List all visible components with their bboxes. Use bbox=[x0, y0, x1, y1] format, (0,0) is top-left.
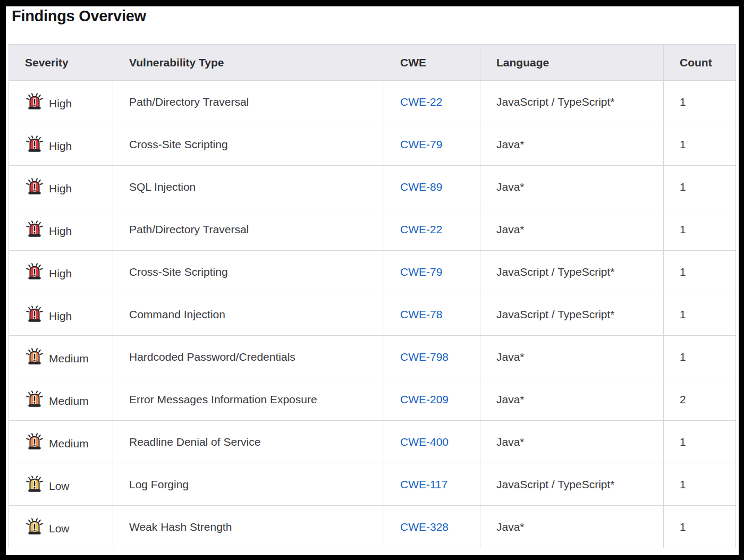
cwe-cell: CWE-328 bbox=[384, 506, 480, 548]
cwe-cell: CWE-400 bbox=[384, 421, 480, 463]
table-row: High Cross-Site Scripting CWE-79 Java* 1 bbox=[9, 123, 736, 166]
language-cell: Java* bbox=[480, 123, 664, 166]
severity-badge: Low bbox=[25, 517, 106, 537]
siren-icon bbox=[25, 262, 44, 282]
cwe-link[interactable]: CWE-78 bbox=[400, 308, 442, 320]
vulnerability-type-cell: SQL Injection bbox=[113, 166, 384, 208]
table-row: High SQL Injection CWE-89 Java* 1 bbox=[9, 166, 736, 208]
severity-label: Low bbox=[49, 480, 70, 493]
vulnerability-type-text: Cross-Site Scripting bbox=[129, 266, 228, 278]
count-cell: 1 bbox=[664, 208, 736, 251]
cwe-cell: CWE-798 bbox=[384, 336, 480, 378]
severity-cell: High bbox=[9, 123, 113, 166]
column-header-language: Language bbox=[480, 45, 664, 81]
cwe-link[interactable]: CWE-22 bbox=[400, 223, 442, 235]
severity-label: High bbox=[49, 182, 72, 195]
severity-label: High bbox=[49, 310, 72, 323]
severity-label: High bbox=[49, 97, 72, 110]
severity-badge: High bbox=[25, 92, 106, 112]
column-header-vulnerability_type: Vulnerability Type bbox=[113, 45, 384, 81]
severity-cell: High bbox=[9, 251, 113, 293]
severity-badge: Medium bbox=[25, 390, 106, 409]
table-row: Low Log Forging CWE-117 JavaScript / Typ… bbox=[9, 463, 736, 506]
vulnerability-type-cell: Cross-Site Scripting bbox=[113, 251, 384, 293]
severity-cell: High bbox=[9, 293, 113, 336]
vulnerability-type-text: Cross-Site Scripting bbox=[129, 138, 228, 150]
vulnerability-type-cell: Path/Directory Traversal bbox=[113, 208, 384, 251]
cwe-cell: CWE-78 bbox=[384, 293, 480, 336]
table-row: High Path/Directory Traversal CWE-22 Jav… bbox=[9, 81, 736, 123]
vulnerability-type-cell: Weak Hash Strength bbox=[113, 506, 384, 548]
cwe-link[interactable]: CWE-400 bbox=[400, 436, 449, 448]
vulnerability-type-text: Readline Denial of Service bbox=[129, 436, 260, 448]
cwe-cell: CWE-209 bbox=[384, 378, 480, 421]
count-cell: 1 bbox=[664, 166, 736, 208]
severity-badge: High bbox=[25, 305, 106, 324]
siren-icon bbox=[25, 135, 44, 154]
severity-badge: High bbox=[25, 220, 106, 239]
severity-badge: Low bbox=[25, 475, 106, 494]
vulnerability-type-cell: Log Forging bbox=[113, 463, 384, 506]
table-row: Medium Error Messages Information Exposu… bbox=[9, 378, 736, 421]
language-cell: Java* bbox=[480, 506, 664, 548]
severity-label: High bbox=[49, 225, 72, 237]
language-cell: Java* bbox=[480, 378, 664, 421]
column-header-severity: Severity bbox=[9, 45, 113, 81]
severity-label: Low bbox=[49, 522, 70, 535]
severity-label: High bbox=[49, 267, 72, 280]
vulnerability-type-cell: Cross-Site Scripting bbox=[113, 123, 384, 166]
severity-badge: Medium bbox=[25, 347, 106, 367]
cwe-cell: CWE-89 bbox=[384, 166, 480, 208]
count-cell: 1 bbox=[664, 251, 736, 293]
vulnerability-type-cell: Hardcoded Password/Credentials bbox=[113, 336, 384, 378]
table-header-row: SeverityVulnerability TypeCWELanguageCou… bbox=[9, 45, 736, 81]
cwe-link[interactable]: CWE-117 bbox=[400, 478, 447, 490]
cwe-link[interactable]: CWE-79 bbox=[400, 266, 442, 278]
cwe-cell: CWE-22 bbox=[384, 208, 480, 251]
vulnerability-type-text: Error Messages Information Exposure bbox=[129, 393, 317, 405]
table-header: SeverityVulnerability TypeCWELanguageCou… bbox=[9, 45, 736, 81]
severity-label: Medium bbox=[49, 352, 89, 365]
severity-badge: High bbox=[25, 135, 106, 154]
severity-label: High bbox=[49, 140, 72, 152]
page-title: Findings Overview bbox=[12, 7, 146, 25]
siren-icon bbox=[25, 220, 44, 239]
language-cell: JavaScript / TypeScript* bbox=[480, 293, 664, 336]
cwe-link[interactable]: CWE-328 bbox=[400, 521, 449, 533]
severity-cell: Medium bbox=[9, 378, 113, 421]
screenshot-frame: Findings Overview SeverityVulnerability … bbox=[0, 0, 744, 560]
vulnerability-type-text: Weak Hash Strength bbox=[129, 521, 232, 533]
language-cell: Java* bbox=[480, 421, 664, 463]
cwe-link[interactable]: CWE-798 bbox=[400, 351, 449, 363]
count-cell: 1 bbox=[664, 293, 736, 336]
vulnerability-type-text: Path/Directory Traversal bbox=[129, 223, 249, 235]
language-cell: JavaScript / TypeScript* bbox=[480, 251, 664, 293]
siren-icon bbox=[25, 92, 44, 112]
cwe-link[interactable]: CWE-89 bbox=[400, 181, 442, 193]
siren-icon bbox=[25, 390, 44, 409]
count-cell: 1 bbox=[664, 506, 736, 548]
siren-icon bbox=[25, 177, 44, 197]
table-row: High Path/Directory Traversal CWE-22 Jav… bbox=[9, 208, 736, 251]
vulnerability-type-text: SQL Injection bbox=[129, 181, 196, 193]
severity-label: Medium bbox=[49, 395, 89, 408]
language-cell: Java* bbox=[480, 336, 664, 378]
cwe-cell: CWE-117 bbox=[384, 463, 480, 506]
report-page: Findings Overview SeverityVulnerability … bbox=[6, 6, 739, 555]
severity-cell: Medium bbox=[9, 336, 113, 378]
table-row: High Cross-Site Scripting CWE-79 JavaScr… bbox=[9, 251, 736, 293]
severity-badge: Medium bbox=[25, 432, 106, 452]
cwe-link[interactable]: CWE-209 bbox=[400, 393, 449, 405]
vulnerability-type-cell: Path/Directory Traversal bbox=[113, 81, 384, 123]
vulnerability-type-text: Path/Directory Traversal bbox=[129, 96, 249, 108]
cwe-link[interactable]: CWE-79 bbox=[400, 138, 442, 150]
cwe-cell: CWE-22 bbox=[384, 81, 480, 123]
language-cell: JavaScript / TypeScript* bbox=[480, 81, 664, 123]
cwe-link[interactable]: CWE-22 bbox=[400, 96, 442, 108]
vulnerability-type-cell: Error Messages Information Exposure bbox=[113, 378, 384, 421]
vulnerability-type-text: Log Forging bbox=[129, 478, 189, 490]
siren-icon bbox=[25, 305, 44, 324]
siren-icon bbox=[25, 432, 44, 452]
table-row: High Command Injection CWE-78 JavaScript… bbox=[9, 293, 736, 336]
table-row: Low Weak Hash Strength CWE-328 Java* 1 bbox=[9, 506, 736, 548]
